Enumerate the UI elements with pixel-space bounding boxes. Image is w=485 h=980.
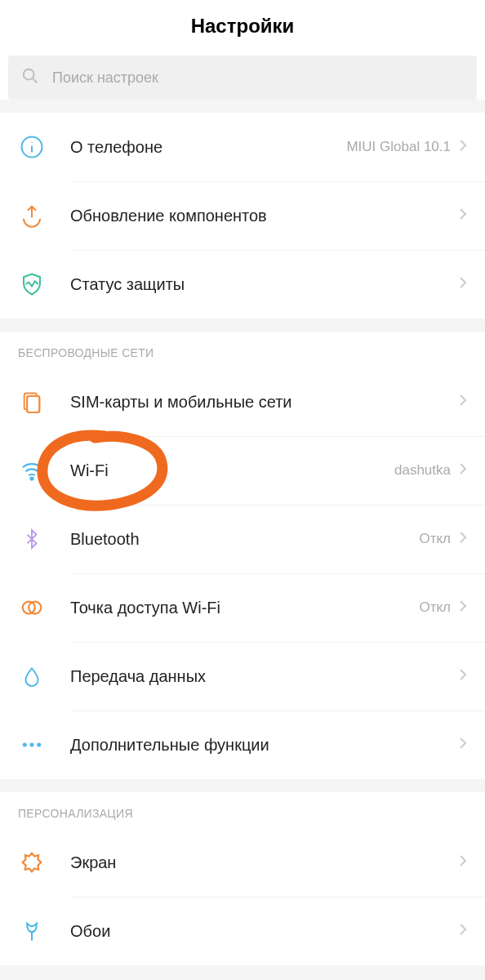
row-about-phone[interactable]: О телефоне MIUI Global 10.1 <box>0 113 485 181</box>
row-label: Статус защиты <box>70 275 459 294</box>
chevron-right-icon <box>459 599 467 616</box>
row-label: Дополнительные функции <box>70 736 459 755</box>
chevron-right-icon <box>459 737 467 753</box>
svg-marker-15 <box>23 853 42 872</box>
svg-rect-7 <box>27 396 39 412</box>
row-value: dashutka <box>394 462 451 479</box>
chevron-right-icon <box>459 923 467 939</box>
svg-point-12 <box>23 743 27 747</box>
info-icon <box>18 133 46 161</box>
section-header-wireless: БЕСПРОВОДНЫЕ СЕТИ <box>0 332 485 368</box>
sun-icon <box>18 849 46 876</box>
search-icon <box>21 67 39 88</box>
settings-group-personalization: Экран Обои <box>0 828 485 965</box>
row-label: Обои <box>70 922 459 941</box>
page-header: Настройки <box>0 0 485 49</box>
svg-point-0 <box>24 69 34 80</box>
row-value: MIUI Global 10.1 <box>346 139 451 155</box>
settings-group-wireless: SIM-карты и мобильные сети Wi-Fi dashutk… <box>0 368 485 779</box>
row-sim-networks[interactable]: SIM-карты и мобильные сети <box>0 368 485 436</box>
row-hotspot[interactable]: Точка доступа Wi-Fi Откл <box>0 573 485 642</box>
chevron-right-icon <box>459 668 467 684</box>
chevron-right-icon <box>459 207 467 224</box>
row-security-status[interactable]: Статус защиты <box>0 250 485 318</box>
search-input[interactable] <box>52 69 464 87</box>
row-bluetooth[interactable]: Bluetooth Откл <box>0 505 485 573</box>
row-component-updates[interactable]: Обновление компонентов <box>0 181 485 250</box>
section-header-personalization: ПЕРСОНАЛИЗАЦИЯ <box>0 792 485 828</box>
row-display[interactable]: Экран <box>0 828 485 897</box>
settings-group-general: О телефоне MIUI Global 10.1 Обновление к… <box>0 113 485 318</box>
svg-point-14 <box>37 743 41 747</box>
row-label: О телефоне <box>70 138 346 157</box>
row-data-usage[interactable]: Передача данных <box>0 642 485 710</box>
chevron-right-icon <box>459 394 467 410</box>
search-bar[interactable] <box>8 56 477 100</box>
chevron-right-icon <box>459 139 467 155</box>
sim-icon <box>18 388 46 416</box>
row-label: Передача данных <box>70 667 459 686</box>
droplet-icon <box>18 662 46 690</box>
row-label: Bluetooth <box>70 530 419 549</box>
svg-point-9 <box>31 478 33 480</box>
row-value: Откл <box>419 599 451 616</box>
row-label: SIM-карты и мобильные сети <box>70 393 459 412</box>
more-icon <box>18 731 46 759</box>
chevron-right-icon <box>459 854 467 871</box>
chevron-right-icon <box>459 276 467 292</box>
page-title: Настройки <box>0 15 485 38</box>
wifi-icon <box>18 457 46 484</box>
svg-line-1 <box>33 78 37 82</box>
row-value: Откл <box>419 531 451 547</box>
upload-icon <box>18 202 46 229</box>
row-label: Wi-Fi <box>70 461 394 480</box>
chevron-right-icon <box>459 462 467 479</box>
row-label: Обновление компонентов <box>70 207 459 225</box>
row-label: Точка доступа Wi-Fi <box>70 599 419 617</box>
row-wallpaper[interactable]: Обои <box>0 897 485 965</box>
svg-point-13 <box>30 743 34 747</box>
bluetooth-icon <box>18 525 46 553</box>
hotspot-icon <box>18 594 46 621</box>
tulip-icon <box>18 917 46 945</box>
chevron-right-icon <box>459 531 467 547</box>
row-wifi[interactable]: Wi-Fi dashutka <box>0 436 485 505</box>
row-more-settings[interactable]: Дополнительные функции <box>0 710 485 779</box>
row-label: Экран <box>70 853 459 872</box>
shield-icon <box>18 270 46 298</box>
